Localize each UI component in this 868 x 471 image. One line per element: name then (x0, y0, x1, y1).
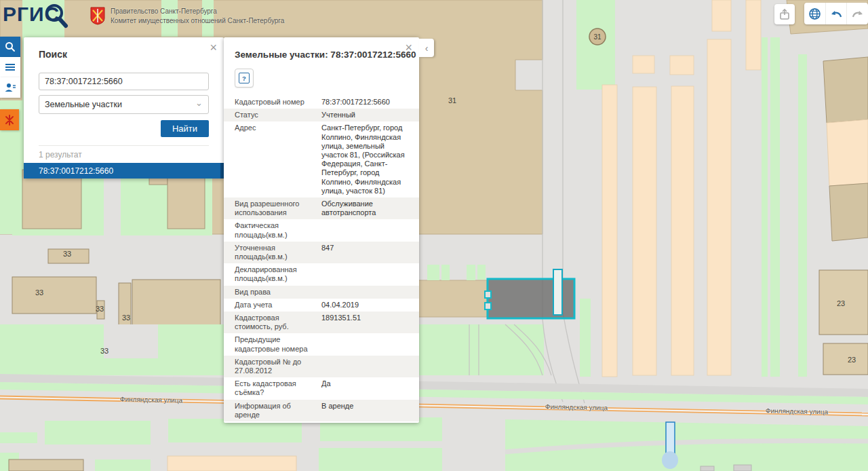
attr-label: Есть кадастровая съёмка? (224, 379, 317, 397)
parcel-info-panel: Земельные участки: 78:37:0017212:5660 × … (224, 37, 419, 423)
attr-label: Декларированная площадь(кв.м.) (224, 265, 317, 283)
redo-button[interactable] (846, 3, 868, 24)
rgis-app: 31 31 33 33 33 33 33 23 23 Финляндская у… (0, 0, 868, 471)
attr-label: Информация об аренде (224, 402, 317, 419)
map-building-label: 23 (837, 299, 845, 307)
map-building-label: 33 (96, 305, 104, 313)
search-panel: Поиск × Земельные участки ⌄ Найти 1 резу… (24, 37, 224, 178)
attr-label: Кадастровый № до 27.08.2012 (224, 358, 317, 375)
parcel-help-button[interactable]: ? (235, 69, 254, 88)
chevron-down-icon: ⌄ (195, 98, 203, 108)
attr-value: 78:37:0017212:5660 (317, 98, 419, 107)
attr-value (317, 335, 419, 353)
inner-parcel-strip (553, 269, 562, 315)
results-count: 1 результат (24, 146, 224, 163)
map-building (167, 172, 205, 229)
attr-value: 847 (317, 244, 419, 261)
attr-value: Учтенный (317, 111, 419, 119)
map-building-label: 33 (63, 250, 71, 258)
city-emblem-icon (4, 115, 15, 126)
attr-label: Кадастровая стоимость, руб. (224, 314, 317, 331)
street-name-label: Финляндская улица (766, 407, 828, 416)
attr-label: Предыдущие кадастровые номера (224, 335, 317, 353)
map-building-label: 31 (448, 96, 456, 105)
table-row: Предыдущие кадастровые номера (224, 333, 419, 355)
search-form: Земельные участки ⌄ Найти (24, 66, 224, 146)
attr-value: Обслуживание автотранспорта (317, 200, 419, 217)
globe-icon (808, 7, 821, 20)
search-panel-title: Поиск (39, 49, 67, 60)
close-icon[interactable]: × (210, 41, 217, 54)
table-row: Кадастровый номер 78:37:0017212:5660 (224, 96, 419, 109)
table-row: Кадастровая стоимость, руб. 1891351.51 (224, 312, 419, 333)
sidebar-layers-button[interactable] (0, 57, 20, 77)
attr-value: В аренде (317, 402, 419, 419)
undo-arrow-icon (829, 8, 843, 19)
attr-label: Дата учета (224, 301, 317, 309)
map-building-33 (12, 277, 96, 314)
attr-label: Адрес (224, 124, 317, 195)
attr-label: Вид права (224, 288, 317, 297)
attr-value: 04.04.2019 (317, 301, 419, 309)
attr-value (317, 358, 419, 375)
share-button[interactable] (774, 4, 795, 24)
attr-label: Вид разрешенного использования (224, 200, 317, 217)
attr-value: Да (317, 379, 419, 397)
hamburger-icon (5, 62, 15, 72)
rgis-logo[interactable]: РГИС (3, 3, 77, 30)
street-name-label: Финляндская улица (545, 403, 608, 412)
search-result-text: 78:37:0017212:5660 (39, 166, 113, 176)
search-query-input[interactable] (39, 73, 209, 90)
spb-coat-of-arms-icon (90, 6, 106, 25)
attr-value (317, 288, 419, 297)
street-name-label: Финляндская улица (120, 396, 182, 404)
search-icon (5, 41, 16, 52)
sidebar-emblem-button[interactable] (0, 109, 19, 130)
map-building (22, 170, 81, 229)
language-globe-button[interactable] (804, 3, 825, 24)
person-list-icon (4, 82, 16, 93)
undo-button[interactable] (825, 3, 847, 24)
map-building-label: 33 (100, 347, 108, 355)
map-path (104, 324, 158, 358)
parcel-attributes-table: Кадастровый номер 78:37:0017212:5660 Ста… (224, 96, 419, 423)
map-building-label: 33 (35, 288, 43, 297)
table-row: Информация об аренде В аренде (224, 400, 419, 421)
question-mark-icon: ? (239, 73, 250, 83)
search-category-select[interactable]: Земельные участки ⌄ (39, 95, 209, 114)
info-panel-title: Земельные участки: 78:37:0017212:5660 (235, 50, 416, 60)
close-icon[interactable]: × (405, 41, 412, 54)
attr-label: Кадастровый номер (224, 98, 317, 107)
attr-value (317, 265, 419, 283)
sidebar-user-info-button[interactable] (0, 77, 20, 98)
share-export-icon (778, 7, 791, 21)
table-row: Декларированная площадь(кв.м.) (224, 263, 419, 285)
info-panel-header: Земельные участки: 78:37:0017212:5660 × (224, 37, 419, 66)
redo-arrow-icon (851, 8, 865, 19)
sidebar-search-button[interactable] (0, 37, 20, 57)
table-row: Вид разрешенного использования Обслужива… (224, 197, 419, 219)
attr-label: Уточненная площадь(кв.м.) (224, 244, 317, 261)
table-row: Дата учета 04.04.2019 (224, 299, 419, 312)
table-row: Кадастровый № до 27.08.2012 (224, 356, 419, 377)
attr-label: Фактическая площадь(кв.м.) (224, 221, 317, 239)
map-marker-label: 31 (593, 33, 601, 41)
attr-value: 1891351.51 (317, 314, 419, 331)
search-category-value: Земельные участки (45, 100, 122, 109)
government-line2: Комитет имущественных отношений Санкт-Пе… (111, 16, 284, 26)
table-row: Фактическая площадь(кв.м.) (224, 219, 419, 241)
attr-value: Санкт-Петербург, город Колпино, Финляндс… (317, 124, 419, 195)
info-panel-collapse-button[interactable]: ‹ (419, 39, 434, 57)
find-button[interactable]: Найти (161, 120, 209, 137)
map-tools-group (804, 3, 868, 24)
search-result-item[interactable]: 78:37:0017212:5660 (24, 163, 224, 178)
table-row: Есть кадастровая съёмка? Да (224, 377, 419, 399)
government-line1: Правительство Санкт-Петербурга (111, 7, 284, 16)
table-row: Уточненная площадь(кв.м.) 847 (224, 242, 419, 263)
magnifier-logo-icon (42, 3, 69, 30)
search-panel-header: Поиск × (24, 37, 224, 66)
government-header: Правительство Санкт-Петербурга Комитет и… (111, 7, 284, 26)
table-row: Адрес Санкт-Петербург, город Колпино, Фи… (224, 121, 419, 197)
attr-label: Статус (224, 111, 317, 119)
map-building-label: 23 (848, 356, 856, 364)
